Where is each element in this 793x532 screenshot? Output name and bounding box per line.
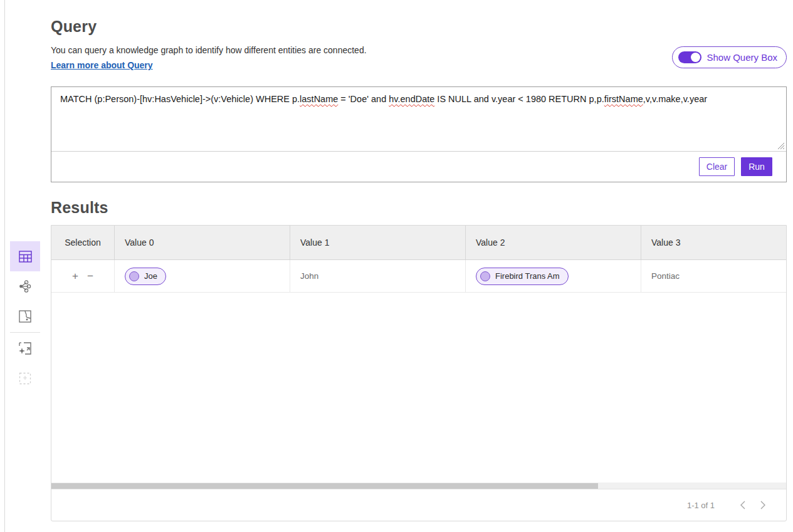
entity-chip-label: Joe: [144, 271, 157, 281]
table-footer: 1-1 of 1: [51, 489, 786, 521]
pagination-range: 1-1 of 1: [687, 501, 715, 510]
link-chart-icon: [18, 279, 32, 293]
entity-chip-person[interactable]: Joe: [125, 268, 166, 285]
column-header-value2: Value 2: [466, 226, 641, 259]
panel-edge-divider: [4, 0, 5, 532]
column-header-value0: Value 0: [115, 226, 290, 259]
results-title: Results: [51, 199, 108, 217]
query-input[interactable]: MATCH (p:Person)-[hv:HasVehicle]->(v:Veh…: [51, 87, 786, 152]
table-empty-area: [51, 293, 786, 482]
entity-icon: [480, 271, 490, 281]
table-header-row: Selection Value 0 Value 1 Value 2 Value …: [51, 226, 786, 260]
selection-cell: + −: [51, 260, 115, 292]
resize-handle-icon[interactable]: [777, 142, 785, 150]
show-query-box-toggle[interactable]: Show Query Box: [672, 46, 787, 68]
column-header-value3: Value 3: [641, 226, 786, 259]
value3-cell: Pontiac: [641, 260, 786, 292]
toggle-knob: [691, 53, 700, 62]
chevron-right-icon: [760, 501, 766, 509]
toggle-switch-icon[interactable]: [678, 51, 701, 63]
results-table: Selection Value 0 Value 1 Value 2 Value …: [51, 225, 787, 521]
show-query-box-label: Show Query Box: [706, 52, 777, 63]
sidebar-item-new-map[interactable]: [10, 333, 40, 363]
remove-from-selection-button[interactable]: −: [83, 271, 98, 281]
sidebar-item-link-chart-view[interactable]: [10, 271, 40, 301]
page-title: Query: [51, 18, 97, 36]
horizontal-scrollbar-track: [51, 482, 786, 489]
previous-page-button[interactable]: [732, 501, 753, 509]
map-icon: [19, 310, 31, 323]
entity-chip-label: Firebird Trans Am: [495, 271, 560, 281]
results-view-toolbar: [10, 241, 40, 394]
entity-chip-vehicle[interactable]: Firebird Trans Am: [476, 268, 569, 285]
new-map-icon: [19, 342, 31, 355]
sidebar-item-map-view[interactable]: [10, 301, 40, 331]
add-to-selection-button[interactable]: +: [68, 271, 83, 281]
sparkle: [19, 348, 25, 354]
query-box: MATCH (p:Person)-[hv:HasVehicle]->(v:Veh…: [51, 86, 787, 182]
toolbar-divider: [10, 332, 40, 333]
value1-cell: John: [290, 260, 466, 292]
clear-button[interactable]: Clear: [699, 157, 735, 176]
table-icon: [19, 251, 32, 263]
entity-icon: [129, 271, 139, 281]
learn-more-link[interactable]: Learn more about Query: [51, 60, 153, 70]
sidebar-item-table-view[interactable]: [10, 241, 40, 271]
column-header-selection: Selection: [51, 226, 115, 259]
sidebar-item-selection-extent[interactable]: [10, 363, 40, 394]
run-button[interactable]: Run: [741, 157, 772, 176]
column-header-value1: Value 1: [290, 226, 466, 259]
value0-cell: Joe: [115, 260, 290, 292]
value2-cell: Firebird Trans Am: [466, 260, 641, 292]
dashed-selection-icon: [19, 372, 31, 385]
horizontal-scrollbar-thumb[interactable]: [51, 483, 598, 489]
chevron-left-icon: [740, 501, 745, 509]
next-page-button[interactable]: [753, 501, 774, 509]
page-description: You can query a knowledge graph to ident…: [51, 45, 367, 55]
query-actions-bar: Clear Run: [51, 152, 786, 182]
table-row: + − Joe John Firebird Trans Am Pontiac: [51, 260, 786, 293]
query-text: MATCH (p:Person)-[hv:HasVehicle]->(v:Veh…: [60, 94, 707, 104]
